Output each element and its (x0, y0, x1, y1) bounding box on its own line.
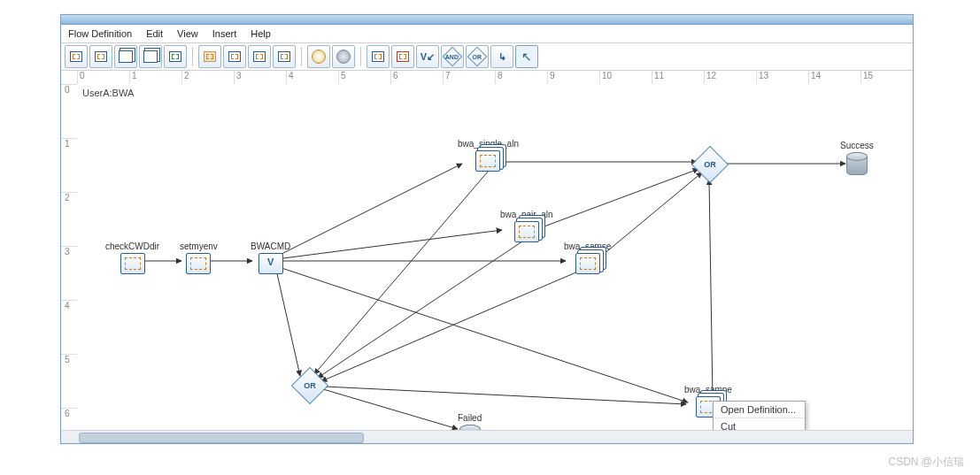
svg-line-9 (321, 266, 590, 381)
tool-calendar1-icon[interactable] (223, 45, 246, 68)
menu-insert[interactable]: Insert (212, 28, 237, 39)
svg-line-11 (535, 169, 698, 230)
tool-or-gate-icon[interactable]: OR (466, 45, 489, 68)
job-icon (186, 253, 211, 274)
node-label: bwa_sampe (684, 385, 732, 395)
node-label: bwa_samse (564, 241, 611, 251)
menubar: Flow Definition Edit View Insert Help (61, 25, 913, 43)
scrollbar-thumb[interactable] (79, 433, 364, 443)
toolbar: V↙ AND OR ↳ ↖ (61, 43, 913, 71)
tool-time-icon[interactable] (307, 45, 330, 68)
tool-pointer-icon[interactable]: ↖ (515, 45, 538, 68)
svg-line-5 (276, 266, 688, 402)
flow-canvas[interactable]: UserA:BWA (77, 84, 913, 431)
svg-line-13 (709, 180, 713, 399)
node-bwa-pair-aln[interactable]: bwa_pair_aln (500, 210, 553, 242)
node-label: bwa_single_aln (458, 139, 519, 149)
tool-jobarray-icon[interactable] (114, 45, 137, 68)
watermark-text: CSDN @小信瑞 (888, 455, 964, 470)
svg-line-8 (318, 234, 533, 378)
node-checkcwddir[interactable]: checkCWDdir (105, 241, 159, 274)
tool-branch-icon[interactable]: V↙ (416, 45, 439, 68)
node-failed[interactable]: Failed (458, 413, 482, 431)
context-menu: Open Definition... Cut Copy Delete (713, 401, 806, 431)
tool-link-icon[interactable]: ↳ (490, 45, 513, 68)
node-label: BWACMD (251, 241, 290, 251)
flow-editor-window: Flow Definition Edit View Insert Help V↙ (60, 14, 914, 444)
ruler-vertical: 012 345 6 (61, 84, 78, 431)
node-success[interactable]: Success (840, 141, 874, 175)
menu-edit[interactable]: Edit (146, 28, 163, 39)
jobarray-icon (514, 221, 539, 242)
menu-flow-definition[interactable]: Flow Definition (68, 28, 132, 39)
tool-alarm-icon[interactable] (391, 45, 414, 68)
node-label: Failed (458, 413, 482, 423)
node-label: setmyenv (180, 241, 218, 251)
branch-icon (259, 253, 283, 274)
terminal-icon (846, 152, 868, 175)
tool-resource-icon[interactable] (198, 45, 221, 68)
tool-calendar2-icon[interactable] (248, 45, 271, 68)
window-titlebar (61, 15, 913, 25)
or-label: OR (304, 381, 316, 390)
svg-line-12 (598, 172, 702, 259)
menu-view[interactable]: View (177, 28, 198, 39)
tool-globe-icon[interactable] (332, 45, 355, 68)
svg-line-3 (276, 230, 502, 259)
node-label: bwa_pair_aln (500, 210, 553, 219)
svg-line-2 (276, 164, 462, 257)
tool-jobarray2-icon[interactable] (139, 45, 162, 68)
jobarray-icon (575, 253, 600, 274)
tool-event-icon[interactable] (367, 45, 390, 68)
node-bwacmd[interactable]: BWACMD (251, 241, 290, 274)
ctx-cut[interactable]: Cut (714, 418, 805, 431)
horizontal-scrollbar[interactable] (61, 430, 913, 443)
node-setmyenv[interactable]: setmyenv (180, 241, 218, 274)
ctx-open-definition[interactable]: Open Definition... (714, 402, 805, 418)
tool-job-icon[interactable] (89, 45, 112, 68)
node-label: checkCWDdir (105, 241, 159, 251)
or-label: OR (704, 160, 716, 169)
svg-line-15 (323, 389, 458, 429)
svg-line-16 (325, 387, 686, 404)
tool-grid-icon[interactable] (65, 45, 88, 68)
menu-help[interactable]: Help (251, 28, 271, 39)
tool-and-gate-icon[interactable]: AND (441, 45, 464, 68)
tool-calendar3-icon[interactable] (273, 45, 296, 68)
svg-line-7 (314, 165, 493, 374)
job-icon (120, 253, 145, 274)
svg-line-6 (276, 270, 300, 376)
node-label: Success (840, 141, 874, 150)
node-bwa-single-aln[interactable]: bwa_single_aln (458, 139, 519, 172)
jobarray-icon (475, 150, 500, 172)
tool-subflow-icon[interactable] (164, 45, 187, 68)
node-bwa-samse[interactable]: bwa_samse (564, 241, 611, 274)
